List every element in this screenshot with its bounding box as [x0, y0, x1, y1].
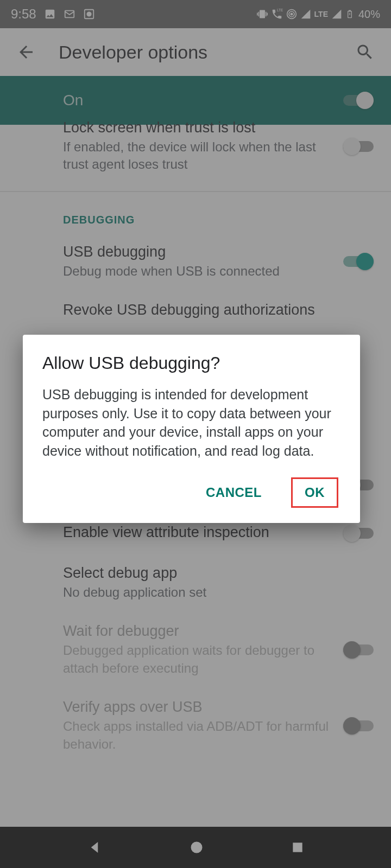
- usb-debugging-dialog: Allow USB debugging? USB debugging is in…: [23, 335, 360, 523]
- ok-button[interactable]: OK: [291, 477, 338, 508]
- cancel-button[interactable]: CANCEL: [196, 477, 272, 508]
- dialog-body: USB debugging is intended for developmen…: [42, 385, 340, 460]
- dialog-actions: CANCEL OK: [42, 473, 340, 512]
- dialog-title: Allow USB debugging?: [42, 353, 340, 373]
